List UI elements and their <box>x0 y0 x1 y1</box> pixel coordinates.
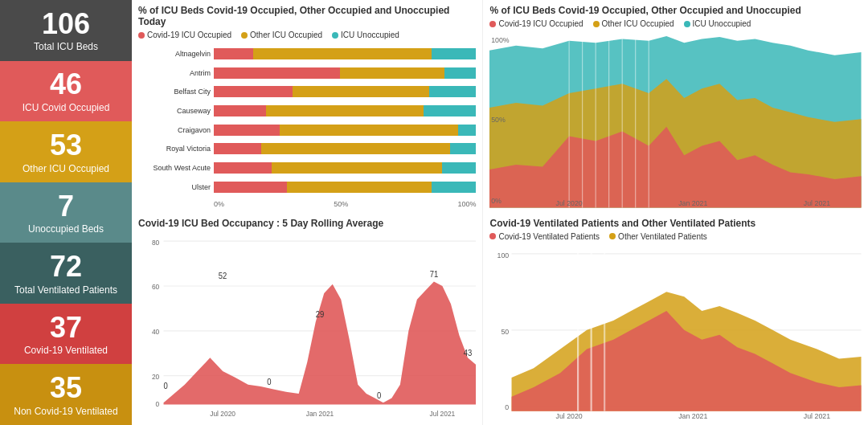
svg-text:Jan 2021: Jan 2021 <box>679 199 708 207</box>
bar-track <box>214 105 476 116</box>
bar-chart-area: AltnagelvinAntrimBelfast CityCausewayCra… <box>138 43 476 198</box>
bar-row: South West Acute <box>138 162 476 174</box>
bottom-left-chart-title: Covid-19 ICU Bed Occupancy : 5 Day Rolli… <box>138 218 476 229</box>
legend-covid-label: Covid-19 ICU Occupied <box>147 31 231 39</box>
legend-dot-coral <box>138 32 145 39</box>
bar-seg-gold <box>340 67 445 79</box>
svg-text:Jul 2021: Jul 2021 <box>430 409 456 417</box>
legend-covid-occupied: Covid-19 ICU Occupied <box>138 31 231 39</box>
svg-text:Jan 2021: Jan 2021 <box>679 411 708 419</box>
x-label-50: 50% <box>334 200 348 208</box>
bar-track <box>214 162 476 174</box>
svg-text:100: 100 <box>497 251 510 259</box>
stat-total-ventilated-value: 72 <box>50 251 82 283</box>
bar-seg-coral <box>214 162 272 174</box>
bar-hospital-label: Ulster <box>138 183 211 191</box>
bar-seg-teal <box>458 125 477 136</box>
stat-non-covid-ventilated: 35 Non Covid-19 Ventilated <box>0 364 132 425</box>
bottom-right-legend: Covid-19 Ventilated Patients Other Venti… <box>489 232 862 241</box>
tr-legend-unoccupied: ICU Unoccupied <box>684 19 751 28</box>
top-right-legend: Covid-19 ICU Occupied Other ICU Occupied… <box>489 19 862 28</box>
stat-other-occupied-label: Other ICU Occupied <box>23 163 109 174</box>
top-right-chart-title: % of ICU Beds Covid-19 Occupied, Other O… <box>489 5 862 16</box>
bar-seg-gold <box>293 86 429 97</box>
bottom-left-svg: 80 60 40 20 0 Jul 2020 Jan 2021 Jul 2021… <box>138 232 476 421</box>
br-dot-coral <box>489 233 496 239</box>
svg-text:40: 40 <box>152 328 160 336</box>
bar-hospital-label: Royal Victoria <box>138 145 211 153</box>
bar-row: Craigavon <box>138 125 476 136</box>
bar-seg-gold <box>253 48 432 59</box>
bar-hospital-label: Causeway <box>138 107 211 115</box>
legend-dot-teal <box>332 32 338 39</box>
stat-covid-ventilated-value: 37 <box>50 312 82 344</box>
bar-track <box>214 48 476 59</box>
bottom-right-chart-panel: Covid-19 Ventilated Patients and Other V… <box>483 213 868 426</box>
svg-text:71: 71 <box>430 269 439 278</box>
bar-seg-teal <box>432 182 476 193</box>
bar-seg-coral <box>214 125 280 136</box>
bar-hospital-label: Altnagelvin <box>138 50 211 58</box>
bar-seg-coral <box>214 86 293 97</box>
stat-total-icu-label: Total ICU Beds <box>34 41 98 52</box>
tr-legend-other: Other ICU Occupied <box>593 19 674 28</box>
br-legend-covid: Covid-19 Ventilated Patients <box>489 232 600 241</box>
svg-text:50%: 50% <box>492 115 506 123</box>
bar-seg-coral <box>214 67 340 79</box>
legend-dot-gold <box>241 32 248 39</box>
svg-text:50: 50 <box>502 327 510 335</box>
tr-label-covid: Covid-19 ICU Occupied <box>498 19 583 28</box>
bar-hospital-label: Belfast City <box>138 88 211 96</box>
x-axis-labels: 0% 50% 100% <box>138 200 476 208</box>
svg-text:0: 0 <box>377 390 382 399</box>
bar-seg-coral <box>214 182 287 193</box>
x-label-0: 0% <box>214 200 224 208</box>
bar-hospital-label: Antrim <box>138 69 211 77</box>
bottom-right-chart-title: Covid-19 Ventilated Patients and Other V… <box>489 218 862 229</box>
br-label-other: Other Ventilated Patients <box>618 232 707 241</box>
svg-text:0: 0 <box>164 382 169 390</box>
bar-row: Belfast City <box>138 86 476 97</box>
svg-text:0%: 0% <box>492 196 502 204</box>
svg-text:0: 0 <box>267 377 272 386</box>
br-label-covid: Covid-19 Ventilated Patients <box>498 232 600 241</box>
stat-total-icu-value: 106 <box>42 8 90 40</box>
stat-unoccupied-label: Unoccupied Beds <box>28 223 104 235</box>
svg-text:29: 29 <box>316 309 325 318</box>
bar-seg-gold <box>272 162 442 174</box>
svg-text:0: 0 <box>506 403 510 411</box>
svg-text:80: 80 <box>152 238 160 246</box>
top-right-svg: 100% 50% 0% Jul 2020 Jan 2021 Jul 2021 <box>489 31 862 208</box>
tr-label-other: Other ICU Occupied <box>602 19 674 28</box>
top-right-svg-wrap: 100% 50% 0% Jul 2020 Jan 2021 Jul 2021 <box>489 31 862 208</box>
bar-seg-gold <box>266 105 424 116</box>
stat-covid-ventilated: 37 Covid-19 Ventilated <box>0 304 132 365</box>
charts-top-row: % of ICU Beds Covid-19 Occupied, Other O… <box>132 0 868 213</box>
stat-unoccupied-value: 7 <box>58 190 74 223</box>
tr-legend-covid: Covid-19 ICU Occupied <box>489 19 583 28</box>
bar-track <box>214 67 476 79</box>
stat-total-icu: 106 Total ICU Beds <box>0 0 132 61</box>
bottom-right-svg: 100 50 0 Jul 2020 Jan 2021 Jul 2021 <box>489 244 862 421</box>
stat-covid-ventilated-label: Covid-19 Ventilated <box>24 345 108 356</box>
bar-seg-teal <box>444 67 476 79</box>
top-left-legend: Covid-19 ICU Occupied Other ICU Occupied… <box>138 31 476 39</box>
bar-seg-coral <box>214 105 266 116</box>
bar-seg-teal <box>424 105 476 116</box>
legend-unoccupied-label: ICU Unoccupied <box>341 31 399 39</box>
bar-row: Ulster <box>138 182 476 193</box>
svg-text:52: 52 <box>219 271 227 280</box>
svg-text:Jul 2020: Jul 2020 <box>210 409 235 417</box>
charts-bottom-row: Covid-19 ICU Bed Occupancy : 5 Day Rolli… <box>132 213 868 426</box>
svg-text:Jan 2021: Jan 2021 <box>306 409 334 417</box>
svg-text:Jul 2021: Jul 2021 <box>804 199 830 207</box>
stat-non-covid-ventilated-label: Non Covid-19 Ventilated <box>14 406 117 417</box>
svg-text:100%: 100% <box>492 36 510 44</box>
svg-text:Jul 2020: Jul 2020 <box>556 411 583 419</box>
bar-track <box>214 86 476 97</box>
bar-track <box>214 182 476 193</box>
main-content: % of ICU Beds Covid-19 Occupied, Other O… <box>132 0 868 425</box>
bar-row: Altnagelvin <box>138 48 476 59</box>
bar-seg-gold <box>280 125 458 136</box>
sidebar: 106 Total ICU Beds 46 ICU Covid Occupied… <box>0 0 132 425</box>
